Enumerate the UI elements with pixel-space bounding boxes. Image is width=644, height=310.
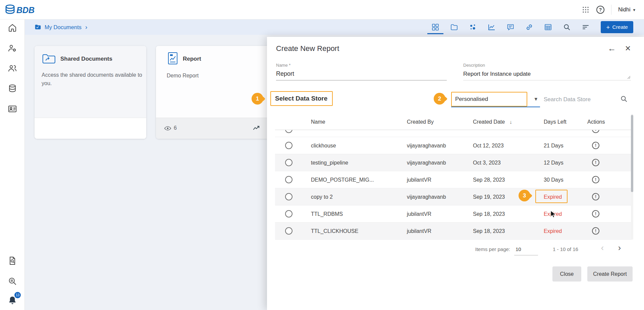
next-page-icon[interactable]: ›: [614, 243, 625, 253]
row-name: testing_pipeline: [311, 154, 348, 171]
description-label: Description: [463, 63, 485, 68]
document-search-icon[interactable]: [8, 256, 17, 265]
row-created-by: jubilantVR: [407, 223, 431, 240]
alert-icon[interactable]: !: [592, 176, 599, 183]
breadcrumb[interactable]: My Documents ›: [34, 19, 87, 35]
table-row[interactable]: copy to 2 vijayaraghavanb Sep 19, 2023 E…: [275, 188, 632, 205]
apps-grid-icon[interactable]: [582, 6, 590, 14]
topbar-divider: [611, 5, 611, 15]
data-store-type-dropdown[interactable]: Personalised ▾: [451, 92, 540, 107]
breadcrumb-label: My Documents: [45, 24, 82, 30]
expired-highlight: [535, 190, 568, 203]
radio-button[interactable]: [285, 176, 292, 183]
report-card[interactable]: Report Demo Report 6: [156, 46, 270, 139]
help-icon[interactable]: ?: [596, 6, 604, 14]
chevron-down-icon: ▾: [633, 7, 635, 12]
comment-icon[interactable]: [506, 19, 515, 35]
row-created-by: jubilantVR: [407, 171, 431, 188]
folder-icon: [34, 23, 42, 31]
row-name: TTL_RDBMS: [311, 205, 343, 223]
home-icon[interactable]: [8, 23, 17, 33]
close-button[interactable]: Close: [552, 266, 581, 282]
dashboard-builder-icon[interactable]: [431, 19, 440, 35]
row-created-by: jubilantVR: [407, 205, 431, 223]
views-count: 6: [174, 125, 177, 131]
user-menu[interactable]: Nidhi ▾: [618, 7, 635, 13]
description-field[interactable]: [463, 68, 631, 80]
table-row[interactable]: TTL_CLICKHOUSE jubilantVR Sep 18, 2023 E…: [275, 223, 632, 240]
row-created-date: Sep 18, 2023: [473, 223, 505, 240]
alert-icon[interactable]: !: [592, 130, 599, 133]
alert-icon[interactable]: !: [592, 159, 599, 166]
resize-grip-icon[interactable]: [627, 74, 631, 78]
chevron-down-icon: ▾: [534, 96, 537, 103]
table-row[interactable]: clickhouse vijayaraghavanb Oct 12, 2023 …: [275, 137, 632, 154]
card-footer: [35, 118, 146, 139]
row-name: clickhouse: [311, 137, 336, 154]
table-scrollbar-track: [631, 114, 633, 240]
left-sidebar: 13: [0, 19, 25, 310]
shared-documents-card[interactable]: Shared Documents Access the shared docum…: [35, 46, 146, 139]
radio-button[interactable]: [285, 130, 292, 133]
bdb-logo[interactable]: BDB: [5, 3, 37, 16]
close-icon[interactable]: ✕: [623, 44, 633, 53]
pagination-range: 1 - 10 of 16: [553, 246, 578, 252]
notification-badge: 13: [14, 292, 21, 298]
row-created-date: Oct 12, 2023: [473, 137, 504, 154]
alert-icon[interactable]: !: [592, 142, 599, 149]
radio-button[interactable]: [285, 210, 292, 218]
plus-icon: +: [606, 24, 610, 30]
table-row[interactable]: TTL_RDBMS jubilantVR Sep 18, 2023 Expire…: [275, 205, 632, 223]
row-days-left: 30 Days: [544, 171, 564, 188]
row-created-date: Sep 28, 2023: [473, 171, 505, 188]
name-label: Name *: [276, 63, 290, 68]
user-card-icon[interactable]: [8, 104, 17, 114]
users-icon[interactable]: [8, 64, 17, 73]
items-per-page-label: Items per page:: [457, 246, 510, 252]
shared-documents-card-body: Shared Documents Access the shared docum…: [35, 46, 146, 118]
trend-icon[interactable]: [253, 124, 260, 132]
table-row-partial[interactable]: !: [275, 130, 632, 137]
link-icon[interactable]: [525, 19, 534, 35]
header-name: Name: [311, 114, 325, 130]
create-report-button[interactable]: Create Report: [587, 266, 633, 282]
alert-icon[interactable]: !: [592, 227, 599, 235]
radio-button[interactable]: [285, 227, 292, 235]
sort-icon[interactable]: [581, 19, 590, 35]
search-explore-icon[interactable]: [8, 276, 17, 286]
search-data-store-input[interactable]: [544, 92, 619, 107]
header-days-left: Days Left: [544, 114, 567, 130]
row-created-date: Sep 18, 2023: [473, 205, 505, 223]
search-icon[interactable]: [620, 95, 628, 103]
data-store-icon[interactable]: [8, 84, 17, 93]
table-row[interactable]: testing_pipeline vijayaraghavanb Oct 3, …: [275, 154, 632, 171]
radio-button[interactable]: [285, 159, 292, 166]
radio-button[interactable]: [285, 142, 292, 149]
create-new-report-panel: Create New Report ← ✕ Name * Description…: [267, 37, 644, 310]
radio-button[interactable]: [285, 193, 292, 200]
name-field[interactable]: [276, 68, 447, 80]
header-created-date[interactable]: Created Date↓: [473, 114, 512, 130]
row-days-left: 12 Days: [544, 154, 564, 171]
folder-view-icon[interactable]: [450, 19, 459, 35]
back-icon[interactable]: ←: [607, 44, 616, 53]
items-per-page-select[interactable]: 10: [516, 246, 521, 252]
line-chart-icon[interactable]: [487, 19, 496, 35]
card-title: Shared Documents: [60, 56, 112, 62]
user-settings-icon[interactable]: [8, 44, 17, 53]
row-created-by: vijayaraghavanb: [407, 188, 446, 205]
table-view-icon[interactable]: [544, 19, 552, 35]
svg-text:BDB: BDB: [16, 5, 35, 15]
row-created-by: vijayaraghavanb: [407, 154, 446, 171]
report-icon: [166, 51, 179, 65]
table-scrollbar-thumb[interactable]: [631, 115, 633, 192]
alert-icon[interactable]: !: [592, 210, 599, 218]
alert-icon[interactable]: !: [592, 193, 599, 200]
previous-page-icon[interactable]: ‹: [597, 243, 607, 253]
row-name: DEMO_POSTGRE_MIG...: [311, 171, 374, 188]
views-eye-icon: [164, 125, 171, 132]
bubble-chart-icon[interactable]: [469, 19, 477, 35]
search-icon[interactable]: [562, 19, 571, 35]
table-row[interactable]: DEMO_POSTGRE_MIG... jubilantVR Sep 28, 2…: [275, 171, 632, 188]
create-button[interactable]: + Create: [601, 21, 633, 33]
